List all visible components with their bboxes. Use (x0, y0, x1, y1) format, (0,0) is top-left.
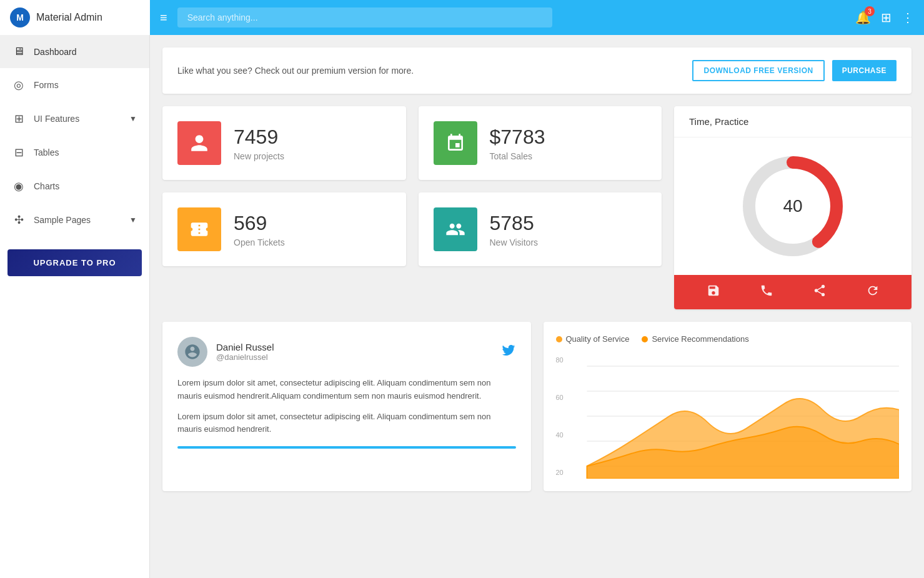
sales-icon (434, 121, 477, 165)
tweet-progress-bar (177, 446, 516, 449)
stats-grid: 7459 New projects 569 Open Tickets (162, 106, 912, 309)
stat-card-sales: $7783 Total Sales (419, 106, 662, 180)
main-content: Like what you see? Check out our premium… (150, 35, 924, 578)
chart-area: 80 60 40 20 (556, 354, 900, 479)
sidebar-item-label: UI Features (34, 114, 79, 124)
stat-info-tickets: 569 Open Tickets (234, 212, 285, 247)
download-free-version-button[interactable]: DOWNLOAD FREE VERSION (692, 60, 824, 81)
forms-icon: ◎ (12, 78, 25, 92)
sidebar-item-dashboard[interactable]: 🖥 Dashboard (0, 35, 149, 68)
legend-item-quality: Quality of Service (556, 334, 630, 344)
tables-icon: ⊟ (12, 146, 25, 159)
apps-icon[interactable]: ⊞ (881, 10, 892, 25)
sidebar-item-label: Forms (34, 80, 59, 90)
sidebar-item-label: Charts (34, 181, 59, 191)
tweet-card: Daniel Russel @danielrussel Lorem ipsum … (162, 322, 531, 491)
projects-icon (177, 121, 221, 165)
topbar-actions: 🔔 3 ⊞ ⋮ (855, 10, 914, 25)
stat-info-visitors: 5785 New Visitors (490, 212, 539, 247)
stats-middle-col: $7783 Total Sales 5785 New Visitors (419, 106, 662, 266)
sidebar-item-label: Dashboard (34, 47, 77, 57)
chart-svg (556, 354, 900, 479)
tweet-body-1: Lorem ipsum dolor sit amet, consectetur … (177, 377, 516, 403)
tweet-user-handle: @danielrussel (216, 352, 274, 362)
sidebar-item-sample-pages[interactable]: ✣ Sample Pages ▼ (0, 203, 149, 237)
promo-text: Like what you see? Check out our premium… (177, 66, 414, 76)
dashboard-icon: 🖥 (12, 45, 25, 58)
refresh-icon[interactable] (866, 284, 880, 301)
search-input[interactable] (177, 7, 552, 27)
layout: 🖥 Dashboard ◎ Forms ⊞ UI Features ▼ ⊟ Ta… (0, 35, 924, 578)
save-icon[interactable] (707, 284, 720, 301)
tweet-header: Daniel Russel @danielrussel (177, 337, 516, 367)
tickets-value: 569 (234, 212, 285, 235)
donut-footer (674, 275, 912, 309)
chart-labels: 80 60 40 20 (556, 354, 564, 479)
projects-value: 7459 (234, 126, 284, 149)
ui-features-icon: ⊞ (12, 112, 25, 126)
visitors-label: New Visitors (490, 237, 539, 247)
avatar (177, 337, 207, 367)
sidebar-item-tables[interactable]: ⊟ Tables (0, 136, 149, 169)
call-icon[interactable] (760, 284, 773, 301)
stat-info-sales: $7783 Total Sales (490, 126, 545, 161)
donut-title: Time, Practice (674, 106, 912, 137)
chart-label-60: 60 (556, 394, 564, 401)
stats-left-col: 7459 New projects 569 Open Tickets (162, 106, 406, 266)
tickets-label: Open Tickets (234, 237, 285, 247)
twitter-icon (501, 342, 516, 361)
donut-body: 40 (674, 137, 912, 275)
sidebar-item-charts[interactable]: ◉ Charts (0, 169, 149, 203)
tickets-icon (177, 207, 221, 251)
tweet-user-info: Daniel Russel @danielrussel (216, 342, 274, 362)
sidebar-item-ui-features[interactable]: ⊞ UI Features ▼ (0, 102, 149, 136)
topbar: M Material Admin ≡ 🔔 3 ⊞ ⋮ (0, 0, 924, 35)
app-brand: M Material Admin (0, 0, 150, 35)
sales-value: $7783 (490, 126, 545, 149)
chevron-down-icon: ▼ (129, 114, 137, 123)
recommendations-dot (642, 336, 648, 342)
more-icon[interactable]: ⋮ (902, 10, 914, 25)
sidebar-item-forms[interactable]: ◎ Forms (0, 68, 149, 102)
charts-icon: ◉ (12, 179, 25, 193)
donut-value: 40 (783, 196, 802, 216)
quality-label: Quality of Service (566, 334, 630, 344)
sales-label: Total Sales (490, 151, 545, 161)
visitors-value: 5785 (490, 212, 539, 235)
stat-card-visitors: 5785 New Visitors (419, 192, 662, 266)
share-icon[interactable] (813, 284, 827, 301)
sidebar-item-label: Tables (34, 147, 59, 157)
sidebar: 🖥 Dashboard ◎ Forms ⊞ UI Features ▼ ⊟ Ta… (0, 35, 150, 578)
quality-dot (556, 336, 562, 342)
chart-label-80: 80 (556, 356, 564, 364)
chart-card: Quality of Service Service Recommendatio… (544, 322, 912, 491)
upgrade-to-pro-button[interactable]: UPGRADE TO PRO (7, 249, 142, 276)
stat-info-projects: 7459 New projects (234, 126, 284, 161)
topbar-center: ≡ (150, 7, 855, 27)
chart-legend: Quality of Service Service Recommendatio… (556, 334, 900, 344)
sample-pages-icon: ✣ (12, 213, 25, 227)
menu-icon[interactable]: ≡ (160, 11, 167, 25)
donut-card: Time, Practice 40 (674, 106, 912, 309)
chart-label-20: 20 (556, 469, 564, 476)
sidebar-item-label: Sample Pages (34, 215, 91, 225)
projects-label: New projects (234, 151, 284, 161)
tweet-body-2: Lorem ipsum dolor sit amet, consectetur … (177, 411, 516, 437)
visitors-icon (434, 207, 477, 251)
stat-card-tickets: 569 Open Tickets (162, 192, 406, 266)
promo-banner: Like what you see? Check out our premium… (162, 47, 912, 94)
notification-badge: 3 (865, 6, 875, 16)
app-logo: M (10, 7, 30, 27)
promo-actions: DOWNLOAD FREE VERSION PURCHASE (692, 60, 897, 81)
app-title: Material Admin (36, 12, 102, 23)
tweet-user-name: Daniel Russel (216, 342, 274, 352)
purchase-button[interactable]: PURCHASE (832, 60, 897, 81)
legend-item-recommendations: Service Recommendations (642, 334, 748, 344)
bottom-grid: Daniel Russel @danielrussel Lorem ipsum … (162, 322, 912, 491)
chevron-down-icon: ▼ (129, 216, 137, 224)
recommendations-label: Service Recommendations (652, 334, 748, 344)
chart-label-40: 40 (556, 431, 564, 439)
stat-card-projects: 7459 New projects (162, 106, 406, 180)
notification-icon[interactable]: 🔔 3 (855, 10, 871, 25)
